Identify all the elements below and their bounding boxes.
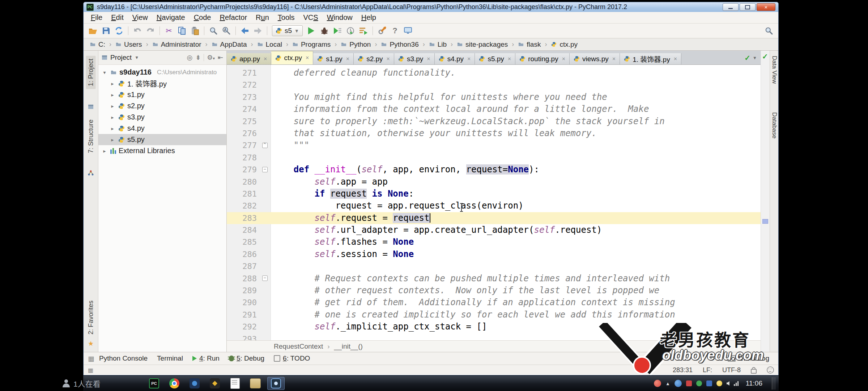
minimize-button[interactable]	[723, 3, 739, 11]
tab-close-icon[interactable]: ×	[387, 56, 390, 62]
tree-item-s3.py[interactable]: ▸s3.py	[98, 112, 226, 123]
tab-close-icon[interactable]: ×	[612, 56, 616, 62]
tray-icon[interactable]	[654, 380, 661, 387]
tree-item-s5.py[interactable]: ▸s5.py	[98, 134, 226, 145]
tray-icon[interactable]	[706, 381, 712, 386]
code-line-275[interactable]: 275 sure to properly :meth:`~werkzeug.Lo…	[227, 115, 761, 127]
hector-inspector-icon[interactable]	[767, 366, 774, 374]
taskbar-notepad[interactable]	[227, 377, 243, 390]
toolwindow-toggle-icon[interactable]: ▦	[88, 354, 94, 363]
code-line-276[interactable]: 276 that situation, otherwise your unitt…	[227, 127, 761, 139]
tab-close-icon[interactable]: ×	[674, 56, 677, 62]
close-button[interactable]: ×	[757, 3, 775, 11]
breadcrumb-item[interactable]: C:	[89, 41, 106, 49]
chevron-collapsed-icon[interactable]: ▸	[101, 148, 108, 154]
toolwindow-tab-structure[interactable]: 7: Structure	[87, 119, 95, 153]
toolwindow-button-4_Run[interactable]: 4: Run	[188, 354, 224, 362]
toolwindow-tab-project[interactable]: 1: Project	[86, 56, 96, 89]
code-line-272[interactable]: 272	[227, 79, 761, 91]
forward-icon[interactable]	[252, 25, 264, 37]
help-icon[interactable]: ?	[389, 25, 401, 37]
code-line-286[interactable]: 286 self.session = None	[227, 248, 761, 260]
code-line-287[interactable]: 287	[227, 260, 761, 272]
editor-tab-views.py[interactable]: views.py×	[570, 53, 620, 64]
code-line-290[interactable]: 290 # get rid of them. Additionally if a…	[227, 297, 761, 308]
editor-tab-s5.py[interactable]: s5.py×	[475, 53, 515, 64]
code-line-292[interactable]: 292 self._implicit_app_ctx_stack = []	[227, 321, 761, 333]
toolwindow-corner-icon[interactable]: ▦	[88, 367, 93, 374]
encoding-widget[interactable]: UTF-8	[722, 366, 741, 374]
code-line-285[interactable]: 285 self.flashes = None	[227, 236, 761, 248]
fold-marker-icon[interactable]: ^	[262, 143, 268, 148]
open-icon[interactable]	[87, 25, 99, 37]
tab-close-icon[interactable]: ×	[346, 56, 349, 62]
run-configuration-select[interactable]: s5 ▼	[272, 25, 303, 36]
toolwindow-button-Terminal[interactable]: Terminal	[152, 354, 188, 362]
error-stripe[interactable]: ✓	[761, 51, 770, 352]
code-line-293[interactable]: 293	[227, 333, 761, 340]
tab-close-icon[interactable]: ×	[562, 56, 565, 62]
breadcrumb-item[interactable]: flask	[517, 41, 542, 49]
chevron-collapsed-icon[interactable]: ▸	[109, 81, 116, 87]
breadcrumb-item[interactable]: ctx.py	[550, 41, 579, 49]
toolwindow-button-Python_Console[interactable]: Python Console	[94, 354, 152, 362]
volume-icon[interactable]	[727, 381, 729, 386]
profiler-icon[interactable]	[345, 25, 356, 37]
chevron-collapsed-icon[interactable]: ▸	[109, 92, 116, 98]
tree-item-s4.py[interactable]: ▸s4.py	[98, 123, 226, 134]
menu-view[interactable]: View	[128, 13, 152, 22]
code-line-289[interactable]: 289 # other request contexts. Now only i…	[227, 285, 761, 297]
lock-icon[interactable]	[751, 369, 757, 374]
tab-close-icon[interactable]: ×	[467, 56, 471, 62]
restore-button[interactable]	[740, 3, 756, 11]
code-line-273[interactable]: 273 You might find this helpful for unit…	[227, 91, 761, 103]
tray-icon[interactable]	[696, 381, 702, 386]
code-line-280[interactable]: 280 self.app = app	[227, 176, 761, 188]
chevron-collapsed-icon[interactable]: ▸	[109, 137, 116, 143]
title-bar[interactable]: PC s9day116 - [C:\Users\Administrator\Py…	[84, 2, 778, 12]
breadcrumb-class[interactable]: RequestContext	[274, 342, 323, 350]
breadcrumb-item[interactable]: Local	[256, 41, 283, 49]
run-with-settings-icon[interactable]	[358, 25, 369, 37]
tree-item-s1.py[interactable]: ▸s1.py	[98, 89, 226, 100]
cut-icon[interactable]: ✂	[163, 25, 175, 37]
event-log-button[interactable]: Event Log	[723, 354, 774, 362]
taskbar-app-4[interactable]	[207, 377, 223, 390]
breadcrumb-item[interactable]: Administrator	[151, 41, 203, 49]
toolwindow-tab-database[interactable]: Database	[771, 112, 778, 139]
breadcrumb-item[interactable]: site-packages	[456, 41, 509, 49]
menu-run[interactable]: Run	[251, 13, 273, 22]
run-coverage-icon[interactable]	[332, 25, 343, 37]
fold-marker-icon[interactable]: −	[262, 167, 268, 172]
code-line-274[interactable]: 274 information from the context local a…	[227, 103, 761, 115]
menu-window[interactable]: Window	[323, 13, 357, 22]
taskbar-clock[interactable]: 11:06	[746, 379, 762, 387]
save-icon[interactable]	[100, 25, 112, 37]
toolwindow-tab-favorites[interactable]: 2: Favorites	[87, 300, 95, 335]
debug-icon[interactable]	[319, 25, 330, 37]
editor-tab-ctx.py[interactable]: ctx.py×	[271, 51, 313, 64]
tree-root-row[interactable]: ▾s9day116C:\Users\Administrato	[98, 67, 226, 78]
locate-file-icon[interactable]: ◎	[187, 54, 192, 62]
menu-code[interactable]: Code	[190, 13, 216, 22]
breadcrumb-item[interactable]: AppData	[210, 41, 248, 49]
editor-tab-s1.py[interactable]: s1.py×	[313, 53, 354, 64]
toolwindow-tab-data-view[interactable]: Data View	[771, 56, 778, 84]
paste-icon[interactable]	[189, 25, 201, 37]
tray-icon[interactable]	[716, 381, 722, 386]
taskbar-chrome[interactable]	[166, 377, 183, 390]
chevron-collapsed-icon[interactable]: ▸	[109, 114, 116, 120]
breadcrumb-item[interactable]: Lib	[428, 41, 448, 49]
find-icon[interactable]	[208, 25, 219, 37]
tab-close-icon[interactable]: ×	[427, 56, 430, 62]
settings-icon[interactable]	[376, 25, 388, 37]
copy-icon[interactable]	[176, 25, 188, 37]
chevron-down-icon[interactable]: ▼	[135, 55, 139, 60]
code-line-288[interactable]: 288− # Request contexts can be pushed mu…	[227, 273, 761, 285]
menu-vcs[interactable]: VCS	[299, 13, 323, 22]
redo-icon[interactable]	[145, 25, 156, 37]
tray-icon[interactable]	[686, 381, 692, 386]
monitor-icon[interactable]	[402, 25, 414, 37]
hide-panel-icon[interactable]: ⇤	[218, 54, 223, 62]
code-line-283[interactable]: 283 self.request = request	[227, 212, 761, 224]
